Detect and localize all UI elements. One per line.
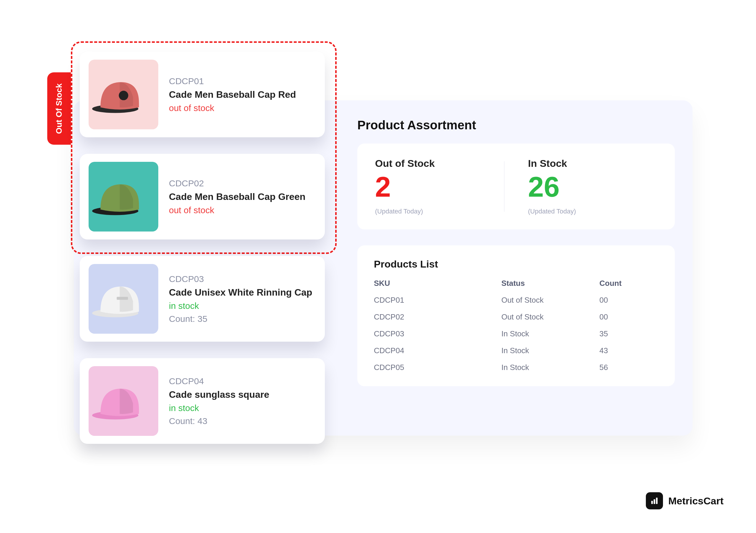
table-cell-sku: CDCP01 — [374, 296, 501, 305]
product-sku: CDCP02 — [169, 178, 305, 188]
product-thumbnail — [89, 162, 158, 231]
products-list-title: Products List — [374, 258, 658, 270]
svg-rect-7 — [654, 499, 655, 504]
svg-rect-6 — [651, 501, 653, 504]
product-info: CDCP01Cade Men Baseball Cap Redout of st… — [169, 76, 296, 113]
table-cell-sku: CDCP02 — [374, 312, 501, 322]
product-thumbnail — [89, 366, 158, 436]
col-sku: SKU — [374, 279, 501, 288]
product-status: out of stock — [169, 103, 296, 113]
table-cell-status: Out of Stock — [501, 312, 600, 322]
product-name: Cade Men Baseball Cap Green — [169, 191, 305, 202]
product-thumbnail — [89, 264, 158, 334]
product-name: Cade sunglass square — [169, 389, 269, 400]
out-of-stock-label: Out of Stock — [375, 158, 504, 169]
table-cell-count: 43 — [600, 346, 658, 355]
product-name: Cade Unisex White Rinning Cap — [169, 287, 312, 298]
product-card[interactable]: CDCP03Cade Unisex White Rinning Capin st… — [80, 256, 325, 342]
in-stock-sub: (Updated Today) — [528, 208, 657, 215]
product-info: CDCP03Cade Unisex White Rinning Capin st… — [169, 274, 312, 324]
products-table: SKU Status Count CDCP01Out of Stock00CDC… — [374, 279, 658, 372]
table-cell-status: In Stock — [501, 346, 600, 355]
product-sku: CDCP03 — [169, 274, 312, 284]
product-sku: CDCP04 — [169, 376, 269, 386]
table-cell-sku: CDCP03 — [374, 329, 501, 338]
product-card[interactable]: CDCP02Cade Men Baseball Cap Greenout of … — [80, 154, 325, 239]
product-count: Count: 35 — [169, 314, 312, 324]
table-cell-count: 00 — [600, 296, 658, 305]
cap-green-icon — [89, 167, 158, 227]
product-status: in stock — [169, 301, 312, 311]
product-sku: CDCP01 — [169, 76, 296, 86]
in-stock-value: 26 — [528, 173, 657, 201]
out-of-stock-side-tab[interactable]: Out Of Stock — [47, 72, 71, 145]
product-info: CDCP04Cade sunglass squarein stockCount:… — [169, 376, 269, 426]
table-cell-sku: CDCP04 — [374, 346, 501, 355]
table-cell-sku: CDCP05 — [374, 363, 501, 372]
table-cell-count: 56 — [600, 363, 658, 372]
col-count: Count — [600, 279, 658, 288]
product-count: Count: 43 — [169, 416, 269, 426]
side-tab-label: Out Of Stock — [54, 83, 64, 134]
product-card[interactable]: CDCP04Cade sunglass squarein stockCount:… — [80, 358, 325, 444]
product-status: out of stock — [169, 205, 305, 215]
assortment-title: Product Assortment — [357, 118, 675, 132]
products-list-card: Products List SKU Status Count CDCP01Out… — [357, 245, 675, 386]
table-cell-status: In Stock — [501, 329, 600, 338]
brand-name: MetricsCart — [668, 495, 723, 507]
col-status: Status — [501, 279, 600, 288]
product-card-list: CDCP01Cade Men Baseball Cap Redout of st… — [80, 52, 325, 444]
product-status: in stock — [169, 403, 269, 413]
summary-out-of-stock: Out of Stock 2 (Updated Today) — [375, 158, 504, 215]
table-cell-count: 35 — [600, 329, 658, 338]
table-cell-status: In Stock — [501, 363, 600, 372]
svg-rect-8 — [656, 497, 657, 504]
brand-footer: MetricsCart — [646, 492, 723, 509]
out-of-stock-sub: (Updated Today) — [375, 208, 504, 215]
product-info: CDCP02Cade Men Baseball Cap Greenout of … — [169, 178, 305, 215]
summary-card: Out of Stock 2 (Updated Today) In Stock … — [357, 144, 675, 229]
table-cell-status: Out of Stock — [501, 296, 600, 305]
product-name: Cade Men Baseball Cap Red — [169, 89, 296, 100]
product-card[interactable]: CDCP01Cade Men Baseball Cap Redout of st… — [80, 52, 325, 137]
svg-rect-4 — [117, 297, 128, 300]
cap-pink-icon — [89, 371, 158, 431]
cap-red-icon — [89, 65, 158, 125]
in-stock-label: In Stock — [528, 158, 657, 169]
out-of-stock-value: 2 — [375, 173, 504, 201]
product-thumbnail — [89, 60, 158, 129]
table-cell-count: 00 — [600, 312, 658, 322]
cap-white-icon — [89, 269, 158, 329]
bar-chart-icon — [646, 492, 663, 509]
svg-point-1 — [119, 91, 128, 100]
summary-in-stock: In Stock 26 (Updated Today) — [504, 158, 657, 215]
